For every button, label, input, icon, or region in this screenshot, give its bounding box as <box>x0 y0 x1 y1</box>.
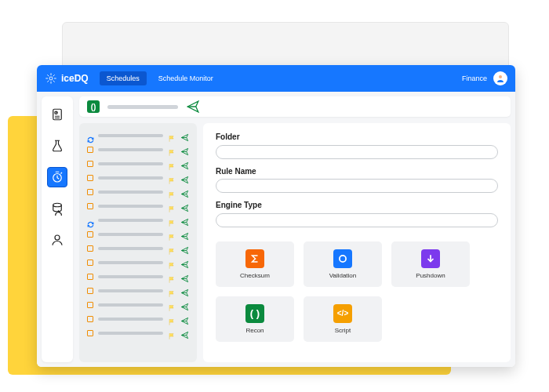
send-icon <box>180 201 189 210</box>
send-icon[interactable] <box>186 100 200 114</box>
schedule-list <box>79 123 197 362</box>
tile-pushdown[interactable]: Pushdown <box>391 241 470 287</box>
nav-reports[interactable] <box>47 104 67 125</box>
svg-line-6 <box>53 81 55 82</box>
brand-icon <box>45 72 57 85</box>
svg-line-5 <box>47 74 49 76</box>
svg-point-34 <box>340 255 346 261</box>
engine-tiles: ChecksumValidationPushdown( )Recon</>Scr… <box>216 241 498 342</box>
nav-schedule[interactable] <box>47 167 67 187</box>
tile-label: Validation <box>329 272 357 279</box>
square-icon <box>87 161 93 167</box>
send-icon <box>180 145 189 154</box>
send-icon <box>180 173 189 182</box>
columns: Folder Rule Name Engine Type ChecksumVal… <box>79 123 511 362</box>
list-item[interactable] <box>87 272 189 281</box>
list-item[interactable] <box>87 230 189 238</box>
pathbar: () <box>79 96 511 117</box>
nav-lab[interactable] <box>47 136 67 156</box>
svg-point-17 <box>55 235 60 240</box>
square-icon <box>87 245 93 252</box>
square-icon <box>87 231 93 238</box>
nav-user[interactable] <box>47 230 67 250</box>
list-item[interactable] <box>87 328 189 337</box>
item-placeholder <box>98 289 163 292</box>
list-item[interactable] <box>87 173 189 182</box>
tile-label: Script <box>335 327 351 334</box>
svg-line-8 <box>53 74 55 76</box>
tab-label: Schedule Monitor <box>158 74 213 82</box>
app-window: iceDQ Schedules Schedule Monitor Finance <box>37 65 515 367</box>
tile-validation[interactable]: Validation <box>304 241 382 287</box>
send-icon <box>180 286 189 295</box>
item-placeholder <box>98 134 163 137</box>
flag-icon <box>168 245 176 252</box>
item-placeholder <box>98 318 163 321</box>
item-placeholder <box>98 275 163 278</box>
user-icon <box>50 233 64 247</box>
flag-icon <box>168 174 176 182</box>
item-placeholder <box>98 176 163 180</box>
nav-database[interactable] <box>47 198 67 219</box>
workspace-label[interactable]: Finance <box>462 74 487 82</box>
list-item[interactable] <box>87 131 189 140</box>
svg-point-16 <box>53 203 62 207</box>
tab-schedules[interactable]: Schedules <box>100 71 147 85</box>
path-placeholder <box>107 105 178 109</box>
brand: iceDQ <box>45 72 89 85</box>
send-icon <box>180 187 189 196</box>
list-item[interactable] <box>87 314 189 323</box>
engine-type-input[interactable] <box>216 213 498 227</box>
rule-name-input[interactable] <box>216 179 498 193</box>
tab-schedule-monitor[interactable]: Schedule Monitor <box>151 71 220 85</box>
pushdown-icon <box>421 249 440 268</box>
flag-icon <box>168 329 176 337</box>
list-item[interactable] <box>87 201 189 210</box>
item-placeholder <box>98 261 163 264</box>
flag-icon <box>168 287 176 295</box>
square-icon <box>87 147 93 153</box>
item-placeholder <box>98 303 163 307</box>
schedule-icon <box>50 170 64 184</box>
list-item[interactable] <box>87 300 189 309</box>
list-item[interactable] <box>87 286 189 295</box>
item-placeholder <box>98 205 163 208</box>
engine-type-label: Engine Type <box>216 201 498 209</box>
item-placeholder <box>98 233 163 236</box>
tile-label: Checksum <box>240 272 270 279</box>
list-item[interactable] <box>87 187 189 196</box>
tile-recon[interactable]: ( )Recon <box>216 296 294 342</box>
send-icon <box>180 314 189 323</box>
titlebar: iceDQ Schedules Schedule Monitor Finance <box>37 65 515 92</box>
tile-checksum[interactable]: Checksum <box>216 241 294 287</box>
send-icon <box>180 244 189 252</box>
tile-script[interactable]: </>Script <box>304 296 382 342</box>
list-item[interactable] <box>87 258 189 267</box>
body: () Folder Rule Name Engine Type Checksum… <box>73 92 515 367</box>
send-icon <box>180 300 189 309</box>
list-item[interactable] <box>87 159 189 168</box>
database-icon <box>50 201 64 216</box>
tile-label: Recon <box>245 327 264 334</box>
square-icon <box>87 189 93 195</box>
folder-input[interactable] <box>216 145 498 159</box>
list-item[interactable] <box>87 216 189 224</box>
list-item[interactable] <box>87 244 189 252</box>
form-pane: Folder Rule Name Engine Type ChecksumVal… <box>203 123 511 362</box>
recon-icon: ( ) <box>245 304 264 323</box>
folder-label: Folder <box>216 132 498 141</box>
item-placeholder <box>98 191 163 194</box>
item-placeholder <box>98 247 163 250</box>
avatar[interactable] <box>493 71 507 85</box>
item-placeholder <box>98 162 163 165</box>
send-icon <box>180 230 189 238</box>
square-icon <box>87 330 93 336</box>
brand-text: iceDQ <box>61 73 89 84</box>
send-icon <box>180 216 189 224</box>
list-item[interactable] <box>87 145 189 154</box>
send-icon <box>180 131 189 140</box>
flag-icon <box>168 273 176 281</box>
flag-icon <box>168 315 176 323</box>
square-icon <box>87 302 93 308</box>
send-icon <box>180 272 189 281</box>
